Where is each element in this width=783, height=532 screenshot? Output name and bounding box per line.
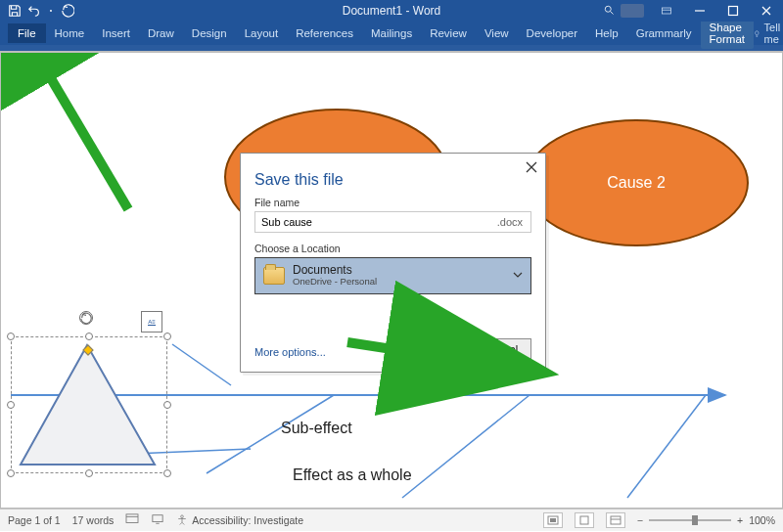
tab-view[interactable]: View xyxy=(476,23,518,43)
zoom-in-icon[interactable]: + xyxy=(737,514,743,526)
tab-references[interactable]: References xyxy=(287,23,362,43)
resize-handle[interactable] xyxy=(85,469,93,477)
focus-view-icon[interactable] xyxy=(543,512,563,528)
cancel-button[interactable]: Cancel xyxy=(471,338,531,360)
rotate-handle-icon[interactable] xyxy=(79,311,93,325)
accessibility-status[interactable]: Accessibility: Investigate xyxy=(176,514,303,526)
location-dropdown[interactable]: Documents OneDrive - Personal xyxy=(254,257,531,294)
svg-line-10 xyxy=(172,344,231,385)
redo-icon[interactable] xyxy=(61,4,74,18)
file-extension: .docx xyxy=(497,216,530,228)
tab-review[interactable]: Review xyxy=(421,23,476,43)
svg-line-8 xyxy=(402,395,530,498)
status-bar: Page 1 of 1 17 words Accessibility: Inve… xyxy=(0,509,783,531)
close-button[interactable] xyxy=(750,0,783,22)
ribbon-body xyxy=(0,45,783,53)
tab-file[interactable]: File xyxy=(8,23,46,43)
cause2-label: Cause 2 xyxy=(607,174,666,192)
svg-rect-21 xyxy=(611,516,621,524)
triangle-shape[interactable] xyxy=(17,341,159,468)
tab-grammarly[interactable]: Grammarly xyxy=(627,23,701,43)
save-button[interactable]: Save xyxy=(402,338,463,360)
status-page[interactable]: Page 1 of 1 xyxy=(8,514,61,526)
web-layout-icon[interactable] xyxy=(606,512,625,528)
svg-rect-20 xyxy=(580,516,588,524)
save-icon[interactable] xyxy=(8,4,22,18)
effect-whole-label: Effect as a whole xyxy=(293,466,412,484)
document-title: Document1 - Word xyxy=(343,4,440,18)
file-name-label: File name xyxy=(241,197,545,211)
minimize-button[interactable] xyxy=(683,0,716,22)
tab-help[interactable]: Help xyxy=(586,23,627,43)
svg-rect-19 xyxy=(550,518,556,522)
language-icon[interactable] xyxy=(125,513,139,527)
maximize-button[interactable] xyxy=(716,0,750,22)
text-box-icon[interactable]: A≡ xyxy=(141,311,162,332)
svg-point-17 xyxy=(181,515,184,518)
ribbon-display-icon[interactable] xyxy=(650,0,683,22)
svg-line-9 xyxy=(627,395,706,498)
zoom-out-icon[interactable]: − xyxy=(637,514,643,526)
svg-rect-3 xyxy=(729,7,738,16)
tab-mailings[interactable]: Mailings xyxy=(362,23,421,43)
tab-shape-format[interactable]: Shape Format xyxy=(701,18,754,49)
tab-home[interactable]: Home xyxy=(46,23,94,43)
choose-location-label: Choose a Location xyxy=(241,243,545,257)
zoom-slider-thumb[interactable] xyxy=(692,515,698,525)
cause2-ellipse[interactable]: Cause 2 xyxy=(524,119,749,246)
dialog-close-icon[interactable] xyxy=(522,157,541,177)
folder-icon xyxy=(263,267,285,285)
svg-rect-2 xyxy=(663,8,671,14)
display-settings-icon[interactable] xyxy=(151,513,164,527)
svg-rect-16 xyxy=(153,515,162,522)
resize-handle[interactable] xyxy=(7,469,15,477)
resize-handle[interactable] xyxy=(85,332,93,340)
resize-handle[interactable] xyxy=(163,332,171,340)
search-icon[interactable] xyxy=(603,4,615,18)
qat-chevron-icon[interactable] xyxy=(47,7,55,15)
sub-effect-label: Sub-effect xyxy=(281,420,352,437)
dialog-title: Save this file xyxy=(241,154,545,197)
tab-insert[interactable]: Insert xyxy=(93,23,139,43)
chevron-down-icon xyxy=(513,267,523,285)
svg-point-1 xyxy=(605,6,611,12)
status-words[interactable]: 17 words xyxy=(72,514,115,526)
undo-icon[interactable] xyxy=(27,4,41,18)
title-bar: Document1 - Word xyxy=(0,0,783,22)
tab-layout[interactable]: Layout xyxy=(236,23,288,43)
tab-design[interactable]: Design xyxy=(183,23,236,43)
tab-draw[interactable]: Draw xyxy=(139,23,183,43)
ribbon-tabs: File Home Insert Draw Design Layout Refe… xyxy=(0,22,783,45)
resize-handle[interactable] xyxy=(163,401,171,409)
print-layout-icon[interactable] xyxy=(575,512,594,528)
tell-me[interactable]: Tell me xyxy=(754,22,783,45)
svg-rect-15 xyxy=(126,514,138,523)
svg-marker-12 xyxy=(21,345,155,465)
zoom-value[interactable]: 100% xyxy=(749,514,775,526)
tab-developer[interactable]: Developer xyxy=(518,23,586,43)
resize-handle[interactable] xyxy=(7,401,15,409)
resize-handle[interactable] xyxy=(7,332,15,340)
file-name-input[interactable] xyxy=(255,216,497,228)
document-canvas[interactable]: Cause 2 A≡ Sub-effect Effect as a whole … xyxy=(0,53,783,509)
resize-handle[interactable] xyxy=(163,469,171,477)
zoom-control[interactable]: − + 100% xyxy=(637,514,775,526)
save-dialog: Save this file File name .docx Choose a … xyxy=(240,153,546,373)
user-avatar[interactable] xyxy=(621,4,644,18)
location-sub: OneDrive - Personal xyxy=(293,277,377,287)
more-options-link[interactable]: More options... xyxy=(254,346,326,358)
svg-point-0 xyxy=(50,10,52,12)
